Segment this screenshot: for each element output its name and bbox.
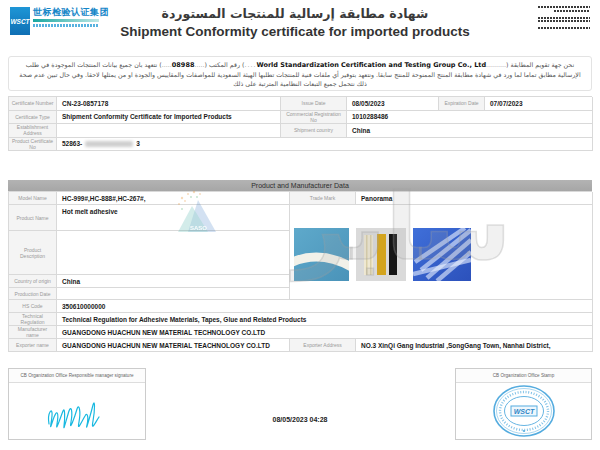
office-number: 08988: [172, 61, 195, 69]
wsct-office-stamp: WSCT: [488, 384, 560, 438]
product-photo-white-stick: [294, 228, 349, 281]
product-manufacturer-table: Model Name HC-999#,HC-888#,HC-267#, Trad…: [8, 191, 592, 352]
issue-date-value: 08/05/2023: [347, 97, 439, 111]
country-of-origin-label: Country of origin: [9, 275, 57, 288]
product-description-value: [57, 231, 290, 275]
cb-company-name: World Standardization Certification and …: [257, 61, 487, 69]
signature-box-title: CB Organization Office Responsible manag…: [9, 369, 145, 383]
product-description-label: Product Description: [9, 231, 57, 275]
certificate-info-table: Certificate Number CN-23-0857178 Issue D…: [8, 96, 592, 151]
exporter-name-label: Exporter name: [9, 339, 57, 352]
model-name-value: HC-999#,HC-888#,HC-267#,: [57, 192, 290, 205]
establishment-address-label: Establishment Address: [9, 124, 57, 138]
product-photo-three-sticks: [356, 228, 406, 281]
page-title-english: Shipment Conformity certificate for impo…: [120, 24, 470, 39]
certificate-page: WSCT 世标检验认证集团 شهادة مطابقة إرسالية للمنت…: [0, 0, 600, 450]
signature-box: CB Organization Office Responsible manag…: [8, 368, 146, 440]
stamp-box: CB Organization Office Stamp WSCT: [455, 368, 592, 440]
certificate-number-value: CN-23-0857178: [57, 97, 281, 111]
product-section-header: Product and Manufacturer Data: [8, 180, 592, 191]
logo-underline-bar: [33, 19, 99, 22]
certificate-type-label: Certificate Type: [9, 111, 57, 125]
logo-chinese-name: 世标检验认证集团: [33, 7, 109, 18]
manufacturer-name-label: Manufacturer name: [9, 326, 57, 339]
trade-mark-value: Panorama: [356, 192, 593, 205]
commercial-registration-value: 1010288486: [347, 111, 593, 125]
production-date-label: Production Date: [9, 288, 57, 300]
country-of-origin-value: China: [57, 275, 290, 288]
technical-regulation-label: Technical Regulation: [9, 313, 57, 326]
redacted-digits: [85, 141, 133, 147]
trade-mark-label: Trade Mark: [290, 192, 356, 205]
hs-code-value: 350610000000: [57, 300, 593, 313]
technical-regulation-value: Technical Regulation for Adhesive Materi…: [57, 313, 593, 326]
exporter-address-label: Exporter Address: [290, 339, 356, 352]
declaration-paragraph: نحن جهة تقويم المطابقة (..........World …: [8, 56, 592, 91]
header-contact-info: [538, 6, 590, 34]
hs-code-label: HS Code: [9, 300, 57, 313]
product-name-label: Product Name: [9, 205, 57, 231]
manager-signature: [27, 386, 127, 436]
page-title-arabic: شهادة مطابقة إرسالية للمنتجات المستوردة: [120, 6, 470, 21]
exporter-name-value: GUANGDONG HUACHUN NEW MATERIAL TEACHNOLO…: [57, 339, 290, 352]
production-date-value: [57, 288, 290, 300]
expiration-date-value: 07/07/2023: [485, 97, 593, 111]
issue-timestamp: 08/05/2023 04:28: [200, 416, 400, 423]
product-certificate-no-label: Product Certificate No: [9, 138, 57, 152]
product-photos: [290, 205, 593, 300]
wsct-logo: WSCT 世标检验认证集团: [10, 7, 109, 35]
manufacturer-name-value: GUANGDONG HUACHUN NEW MATERIAL TECHNOLOG…: [57, 326, 593, 339]
wsct-logo-icon: WSCT: [10, 7, 30, 35]
logo-subtext-line: [33, 24, 99, 27]
establishment-address-value: [57, 124, 281, 138]
shipment-country-value: China: [347, 124, 593, 138]
expiration-date-label: Expiration Date: [439, 97, 485, 111]
product-name-value: Hot melt adhesive: [57, 205, 290, 231]
shipment-country-label: Shipment country: [281, 124, 347, 138]
stamp-box-title: CB Organization Office Stamp: [456, 369, 591, 383]
certificate-type-value: Shipment Conformity Certificate for Impo…: [57, 111, 281, 125]
exporter-address-value: NO.3 XinQi Gang Industrial ,SongGang Tow…: [356, 339, 593, 352]
product-photo-clear-sticks: [413, 228, 471, 281]
certificate-number-label: Certificate Number: [9, 97, 57, 111]
commercial-registration-label: Commercial Registration No: [281, 111, 347, 125]
model-name-label: Model Name: [9, 192, 57, 205]
issue-date-label: Issue Date: [281, 97, 347, 111]
product-certificate-no-value: 52863-3: [57, 138, 593, 152]
svg-text:WSCT: WSCT: [513, 408, 534, 415]
header: WSCT 世标检验认证集团 شهادة مطابقة إرسالية للمنت…: [0, 0, 600, 52]
